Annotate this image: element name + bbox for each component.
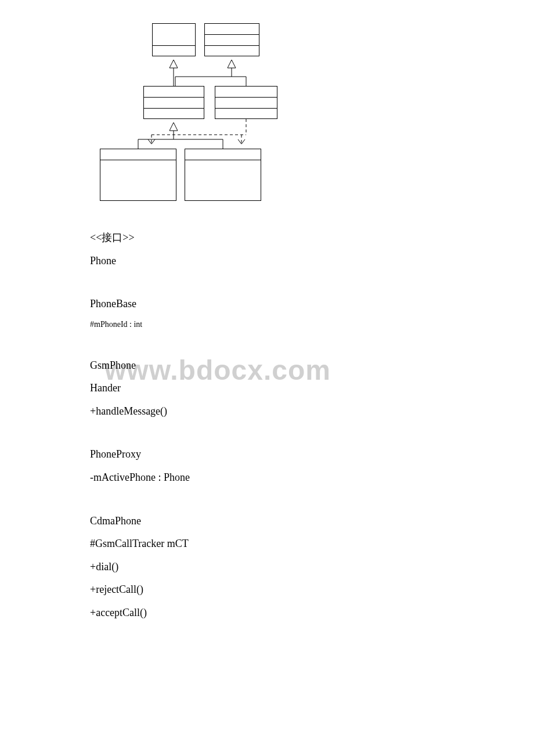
svg-marker-2 xyxy=(228,60,236,68)
cdmaphone-op1-label: +dial() xyxy=(90,556,444,579)
phoneproxy-attr-label: -mActivePhone : Phone xyxy=(90,466,444,489)
phoneproxy-name-label: PhoneProxy xyxy=(90,443,444,466)
uml-class-cdmaphone xyxy=(185,149,261,201)
uml-diagram xyxy=(90,23,282,209)
phonebase-attr-label: #mPhoneId : int xyxy=(90,316,444,334)
svg-line-18 xyxy=(238,139,241,144)
uml-class-handler xyxy=(204,23,259,56)
gsmphone-name-label: GsmPhone xyxy=(90,354,444,377)
svg-line-17 xyxy=(151,139,155,144)
cdmaphone-op2-label: +rejectCall() xyxy=(90,578,444,602)
svg-line-16 xyxy=(148,139,151,144)
svg-marker-7 xyxy=(169,123,178,131)
svg-line-19 xyxy=(241,139,245,144)
phone-name-label: Phone xyxy=(90,250,444,273)
hander-name-label: Hander xyxy=(90,377,444,400)
hander-op-label: +handleMessage() xyxy=(90,400,444,423)
svg-marker-0 xyxy=(169,60,178,68)
cdmaphone-name-label: CdmaPhone xyxy=(90,510,444,533)
uml-class-phonebase xyxy=(143,86,204,119)
text-annotations: <<接口>> Phone PhoneBase #mPhoneId : int G… xyxy=(90,226,444,625)
uml-class-interface xyxy=(152,23,196,56)
phonebase-name-label: PhoneBase xyxy=(90,293,444,316)
interface-stereotype-label: <<接口>> xyxy=(90,226,444,250)
uml-class-gsmphone xyxy=(100,149,176,201)
cdmaphone-attr-label: #GsmCallTracker mCT xyxy=(90,532,444,556)
cdmaphone-op3-label: +acceptCall() xyxy=(90,602,444,625)
uml-class-phoneproxy xyxy=(215,86,277,119)
